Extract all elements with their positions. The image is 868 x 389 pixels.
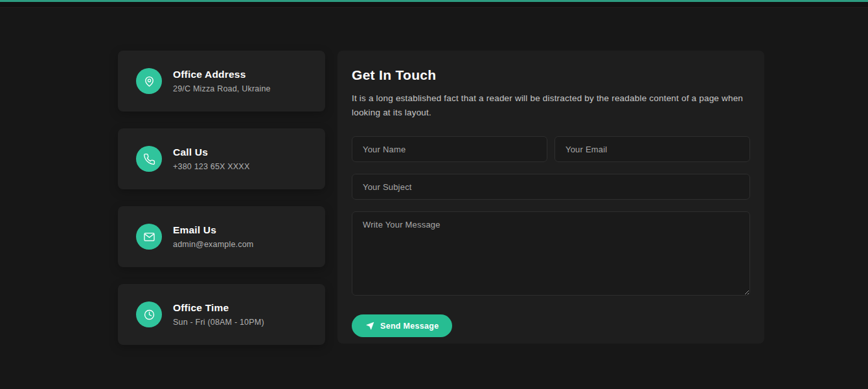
header-strip xyxy=(0,2,868,8)
name-email-row xyxy=(352,136,750,162)
contact-card-email: Email Us admin@example.com xyxy=(118,206,325,267)
contact-card-title: Office Address xyxy=(173,69,271,80)
contact-card-text: Call Us +380 123 65X XXXX xyxy=(173,147,249,171)
contact-card-text: Office Time Sun - Fri (08AM - 10PM) xyxy=(173,302,264,327)
contact-card-subtitle: 29/C Mizza Road, Ukraine xyxy=(173,84,271,93)
send-message-label: Send Message xyxy=(380,322,439,331)
contact-card-title: Email Us xyxy=(173,224,253,236)
contact-info-list: Office Address 29/C Mizza Road, Ukraine … xyxy=(118,51,325,362)
contact-form-panel: Get In Touch It is a long established fa… xyxy=(337,51,764,344)
contact-card-text: Email Us admin@example.com xyxy=(173,224,253,249)
contact-card-address: Office Address 29/C Mizza Road, Ukraine xyxy=(118,51,325,112)
contact-card-subtitle: +380 123 65X XXXX xyxy=(173,162,249,171)
contact-page: Office Address 29/C Mizza Road, Ukraine … xyxy=(0,0,868,389)
contact-card-subtitle: Sun - Fri (08AM - 10PM) xyxy=(173,318,264,327)
phone-icon xyxy=(136,146,162,172)
clock-icon xyxy=(136,301,162,327)
contact-card-title: Office Time xyxy=(173,302,264,314)
subject-input[interactable] xyxy=(352,174,750,200)
envelope-icon xyxy=(136,224,162,250)
email-input[interactable] xyxy=(554,136,750,162)
contact-card-text: Office Address 29/C Mizza Road, Ukraine xyxy=(173,69,271,93)
contact-form: Send Message xyxy=(352,136,750,337)
message-textarea[interactable] xyxy=(352,211,750,296)
map-pin-icon xyxy=(136,68,162,94)
send-message-button[interactable]: Send Message xyxy=(352,314,452,337)
paper-plane-icon xyxy=(365,322,374,331)
form-title: Get In Touch xyxy=(352,67,750,83)
form-description: It is a long established fact that a rea… xyxy=(352,91,750,120)
contact-card-hours: Office Time Sun - Fri (08AM - 10PM) xyxy=(118,284,325,345)
contact-card-subtitle: admin@example.com xyxy=(173,240,253,249)
contact-card-phone: Call Us +380 123 65X XXXX xyxy=(118,128,325,189)
contact-card-title: Call Us xyxy=(173,147,249,158)
name-input[interactable] xyxy=(352,136,547,162)
